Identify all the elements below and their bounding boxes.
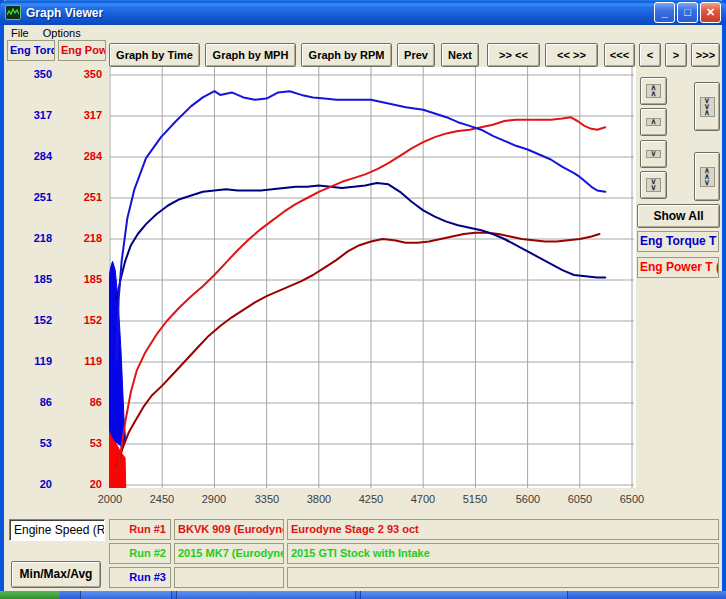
torque-tick-86: 86 — [8, 396, 52, 408]
series-1 — [116, 117, 605, 472]
start-button-fragment[interactable] — [0, 591, 60, 599]
minimize-icon[interactable]: _ — [654, 2, 675, 23]
rpm-tick-6050: 6050 — [558, 493, 602, 505]
torque-tick-20: 20 — [8, 478, 52, 490]
run1-label: Run #1 — [109, 519, 171, 540]
power-tick-350: 350 — [58, 68, 102, 80]
up-chevron-icon: ∧ — [646, 118, 661, 126]
compress-range-button[interactable]: ∨∨∧ — [694, 82, 720, 131]
next-button[interactable]: Next — [441, 43, 479, 67]
power-tick-251: 251 — [58, 191, 102, 203]
dyno-chart-canvas — [109, 67, 636, 488]
window-title: Graph Viewer — [26, 6, 103, 20]
graph-by-mph-button[interactable]: Graph by MPH — [205, 43, 296, 67]
menu-bar: File Options — [4, 25, 722, 42]
rpm-tick-4250: 4250 — [349, 493, 393, 505]
scale-up-fast-button[interactable]: ∧∧ — [640, 77, 667, 105]
power-tick-185: 185 — [58, 273, 102, 285]
scale-down-fast-button[interactable]: ∨∨ — [640, 171, 667, 199]
run3-description-field[interactable] — [287, 567, 719, 588]
graph-viewer-window: Graph Viewer _ □ ✕ File Options Eng Torq… — [0, 0, 726, 599]
prev-button[interactable]: Prev — [397, 43, 435, 67]
power-tick-152: 152 — [58, 314, 102, 326]
run1-description-field[interactable]: Eurodyne Stage 2 93 oct — [287, 519, 719, 540]
double-down-chevron-icon: ∨∨ — [646, 178, 661, 192]
graph-by-rpm-button[interactable]: Graph by RPM — [301, 43, 392, 67]
torque-tick-152: 152 — [8, 314, 52, 326]
scale-down-button[interactable]: ∨ — [640, 140, 667, 168]
rpm-tick-2450: 2450 — [140, 493, 184, 505]
torque-tick-185: 185 — [8, 273, 52, 285]
expand-range-button[interactable]: ∧∧∨ — [694, 152, 720, 201]
run1-name-field[interactable]: BKVK 909 (Eurodyne, E — [174, 519, 284, 540]
run2-label: Run #2 — [109, 543, 171, 564]
torque-tick-317: 317 — [8, 109, 52, 121]
zoom-in-x-button[interactable]: >> << — [487, 43, 540, 67]
close-icon[interactable]: ✕ — [700, 2, 721, 23]
run3-name-field[interactable] — [174, 567, 284, 588]
power-tick-218: 218 — [58, 232, 102, 244]
x-axis-label-box: Engine Speed (RPM — [9, 519, 105, 541]
torque-axis-header: Eng Torque — [7, 40, 55, 61]
power-tick-86: 86 — [58, 396, 102, 408]
double-up-chevron-icon: ∧∧ — [646, 84, 661, 98]
torque-tick-53: 53 — [8, 437, 52, 449]
power-tick-284: 284 — [58, 150, 102, 162]
power-tick-53: 53 — [58, 437, 102, 449]
rpm-tick-2000: 2000 — [88, 493, 132, 505]
rpm-tick-3800: 3800 — [297, 493, 341, 505]
show-all-button[interactable]: Show All — [637, 204, 720, 228]
torque-tick-119: 119 — [8, 355, 52, 367]
power-tick-119: 119 — [58, 355, 102, 367]
rpm-tick-2900: 2900 — [192, 493, 236, 505]
zoom-out-x-button[interactable]: << >> — [545, 43, 598, 67]
torque-tick-284: 284 — [8, 150, 52, 162]
power-tick-317: 317 — [58, 109, 102, 121]
task-button[interactable] — [80, 591, 172, 599]
run3-label: Run #3 — [109, 567, 171, 588]
taskbar — [0, 591, 726, 599]
min-max-avg-button[interactable]: Min/Max/Avg — [11, 561, 101, 588]
maximize-icon[interactable]: □ — [677, 2, 698, 23]
rpm-tick-4700: 4700 — [401, 493, 445, 505]
power-axis-header: Eng Power — [58, 40, 106, 61]
down-chevron-icon: ∨ — [646, 150, 661, 158]
legend-torque: Eng Torque T (Ft-L — [637, 231, 719, 252]
torque-tick-251: 251 — [8, 191, 52, 203]
scroll-right-button[interactable]: > — [665, 43, 687, 67]
title-bar[interactable]: Graph Viewer _ □ ✕ — [0, 0, 726, 25]
task-button[interactable] — [360, 591, 568, 599]
scroll-far-left-button[interactable]: <<< — [604, 43, 635, 67]
compress-chevrons-icon: ∨∨∧ — [700, 97, 715, 117]
rpm-tick-3350: 3350 — [245, 493, 289, 505]
task-button[interactable] — [176, 591, 356, 599]
torque-tick-350: 350 — [8, 68, 52, 80]
series-0 — [116, 91, 605, 361]
legend-power: Eng Power T (HP) — [637, 257, 719, 278]
run2-description-field[interactable]: 2015 GTI Stock with Intake — [287, 543, 719, 564]
app-icon — [5, 5, 21, 20]
rpm-tick-5150: 5150 — [453, 493, 497, 505]
torque-tick-218: 218 — [8, 232, 52, 244]
scale-up-button[interactable]: ∧ — [640, 108, 667, 136]
run2-name-field[interactable]: 2015 MK7 (Eurodyne, E — [174, 543, 284, 564]
scroll-far-right-button[interactable]: >>> — [691, 43, 720, 67]
graph-by-time-button[interactable]: Graph by Time — [109, 43, 200, 67]
power-tick-20: 20 — [58, 478, 102, 490]
rpm-tick-5600: 5600 — [506, 493, 550, 505]
scroll-left-button[interactable]: < — [639, 43, 661, 67]
rpm-tick-6500: 6500 — [610, 493, 654, 505]
dyno-chart — [109, 67, 636, 488]
expand-chevrons-icon: ∧∧∨ — [700, 167, 715, 187]
